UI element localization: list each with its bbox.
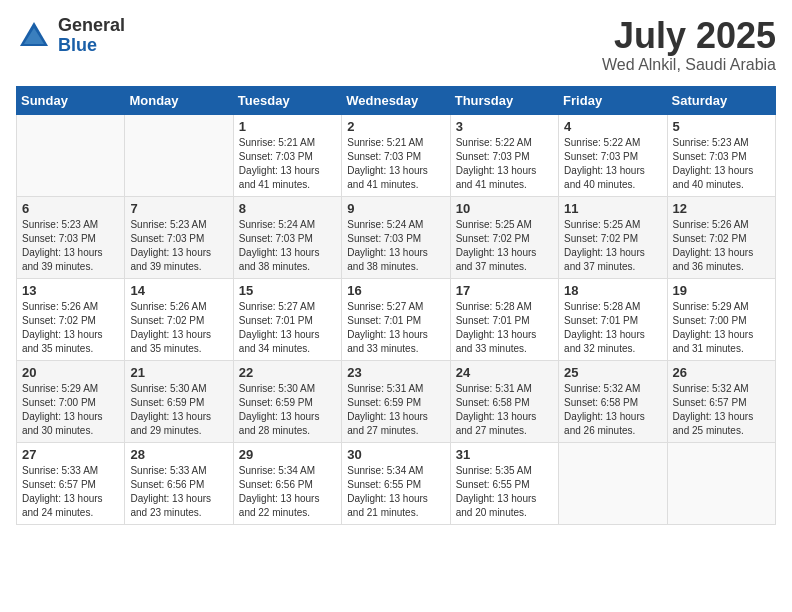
calendar-cell: 30Sunrise: 5:34 AM Sunset: 6:55 PM Dayli… <box>342 442 450 524</box>
day-number: 29 <box>239 447 336 462</box>
day-info: Sunrise: 5:34 AM Sunset: 6:56 PM Dayligh… <box>239 464 336 520</box>
weekday-header-saturday: Saturday <box>667 86 775 114</box>
day-info: Sunrise: 5:21 AM Sunset: 7:03 PM Dayligh… <box>239 136 336 192</box>
day-info: Sunrise: 5:32 AM Sunset: 6:57 PM Dayligh… <box>673 382 770 438</box>
page-header: General Blue July 2025 Wed Alnkil, Saudi… <box>16 16 776 74</box>
calendar-cell: 27Sunrise: 5:33 AM Sunset: 6:57 PM Dayli… <box>17 442 125 524</box>
day-number: 5 <box>673 119 770 134</box>
day-info: Sunrise: 5:33 AM Sunset: 6:56 PM Dayligh… <box>130 464 227 520</box>
weekday-header-tuesday: Tuesday <box>233 86 341 114</box>
day-number: 6 <box>22 201 119 216</box>
day-number: 31 <box>456 447 553 462</box>
day-info: Sunrise: 5:22 AM Sunset: 7:03 PM Dayligh… <box>564 136 661 192</box>
calendar-cell: 28Sunrise: 5:33 AM Sunset: 6:56 PM Dayli… <box>125 442 233 524</box>
calendar-cell: 2Sunrise: 5:21 AM Sunset: 7:03 PM Daylig… <box>342 114 450 196</box>
day-number: 30 <box>347 447 444 462</box>
logo-general-text: General <box>58 16 125 36</box>
day-info: Sunrise: 5:29 AM Sunset: 7:00 PM Dayligh… <box>22 382 119 438</box>
calendar-cell: 24Sunrise: 5:31 AM Sunset: 6:58 PM Dayli… <box>450 360 558 442</box>
calendar-cell: 19Sunrise: 5:29 AM Sunset: 7:00 PM Dayli… <box>667 278 775 360</box>
calendar-cell: 12Sunrise: 5:26 AM Sunset: 7:02 PM Dayli… <box>667 196 775 278</box>
day-info: Sunrise: 5:25 AM Sunset: 7:02 PM Dayligh… <box>456 218 553 274</box>
calendar-cell: 15Sunrise: 5:27 AM Sunset: 7:01 PM Dayli… <box>233 278 341 360</box>
day-info: Sunrise: 5:23 AM Sunset: 7:03 PM Dayligh… <box>130 218 227 274</box>
day-number: 9 <box>347 201 444 216</box>
calendar-week-row: 1Sunrise: 5:21 AM Sunset: 7:03 PM Daylig… <box>17 114 776 196</box>
day-number: 13 <box>22 283 119 298</box>
weekday-header-monday: Monday <box>125 86 233 114</box>
month-title: July 2025 <box>602 16 776 56</box>
day-info: Sunrise: 5:31 AM Sunset: 6:58 PM Dayligh… <box>456 382 553 438</box>
day-number: 12 <box>673 201 770 216</box>
day-number: 23 <box>347 365 444 380</box>
title-block: July 2025 Wed Alnkil, Saudi Arabia <box>602 16 776 74</box>
calendar-cell: 13Sunrise: 5:26 AM Sunset: 7:02 PM Dayli… <box>17 278 125 360</box>
day-number: 21 <box>130 365 227 380</box>
day-number: 3 <box>456 119 553 134</box>
logo-text: General Blue <box>58 16 125 56</box>
day-number: 8 <box>239 201 336 216</box>
calendar-cell: 5Sunrise: 5:23 AM Sunset: 7:03 PM Daylig… <box>667 114 775 196</box>
day-number: 15 <box>239 283 336 298</box>
day-number: 14 <box>130 283 227 298</box>
calendar-cell: 7Sunrise: 5:23 AM Sunset: 7:03 PM Daylig… <box>125 196 233 278</box>
day-number: 7 <box>130 201 227 216</box>
day-info: Sunrise: 5:29 AM Sunset: 7:00 PM Dayligh… <box>673 300 770 356</box>
day-info: Sunrise: 5:22 AM Sunset: 7:03 PM Dayligh… <box>456 136 553 192</box>
calendar-cell: 6Sunrise: 5:23 AM Sunset: 7:03 PM Daylig… <box>17 196 125 278</box>
calendar-cell: 26Sunrise: 5:32 AM Sunset: 6:57 PM Dayli… <box>667 360 775 442</box>
day-number: 18 <box>564 283 661 298</box>
day-info: Sunrise: 5:27 AM Sunset: 7:01 PM Dayligh… <box>347 300 444 356</box>
day-info: Sunrise: 5:28 AM Sunset: 7:01 PM Dayligh… <box>456 300 553 356</box>
calendar-cell: 17Sunrise: 5:28 AM Sunset: 7:01 PM Dayli… <box>450 278 558 360</box>
calendar-cell: 25Sunrise: 5:32 AM Sunset: 6:58 PM Dayli… <box>559 360 667 442</box>
day-info: Sunrise: 5:26 AM Sunset: 7:02 PM Dayligh… <box>673 218 770 274</box>
calendar-cell: 22Sunrise: 5:30 AM Sunset: 6:59 PM Dayli… <box>233 360 341 442</box>
day-number: 10 <box>456 201 553 216</box>
calendar-cell <box>125 114 233 196</box>
calendar-cell: 31Sunrise: 5:35 AM Sunset: 6:55 PM Dayli… <box>450 442 558 524</box>
calendar-week-row: 6Sunrise: 5:23 AM Sunset: 7:03 PM Daylig… <box>17 196 776 278</box>
day-number: 1 <box>239 119 336 134</box>
logo-blue-text: Blue <box>58 36 125 56</box>
logo-icon <box>16 18 52 54</box>
day-info: Sunrise: 5:21 AM Sunset: 7:03 PM Dayligh… <box>347 136 444 192</box>
day-info: Sunrise: 5:26 AM Sunset: 7:02 PM Dayligh… <box>130 300 227 356</box>
day-number: 17 <box>456 283 553 298</box>
calendar-table: SundayMondayTuesdayWednesdayThursdayFrid… <box>16 86 776 525</box>
calendar-cell: 23Sunrise: 5:31 AM Sunset: 6:59 PM Dayli… <box>342 360 450 442</box>
weekday-header-thursday: Thursday <box>450 86 558 114</box>
calendar-cell: 21Sunrise: 5:30 AM Sunset: 6:59 PM Dayli… <box>125 360 233 442</box>
day-info: Sunrise: 5:34 AM Sunset: 6:55 PM Dayligh… <box>347 464 444 520</box>
day-info: Sunrise: 5:30 AM Sunset: 6:59 PM Dayligh… <box>239 382 336 438</box>
day-info: Sunrise: 5:31 AM Sunset: 6:59 PM Dayligh… <box>347 382 444 438</box>
day-number: 2 <box>347 119 444 134</box>
calendar-cell <box>559 442 667 524</box>
day-number: 22 <box>239 365 336 380</box>
day-info: Sunrise: 5:23 AM Sunset: 7:03 PM Dayligh… <box>22 218 119 274</box>
calendar-week-row: 13Sunrise: 5:26 AM Sunset: 7:02 PM Dayli… <box>17 278 776 360</box>
day-info: Sunrise: 5:26 AM Sunset: 7:02 PM Dayligh… <box>22 300 119 356</box>
day-info: Sunrise: 5:35 AM Sunset: 6:55 PM Dayligh… <box>456 464 553 520</box>
day-info: Sunrise: 5:27 AM Sunset: 7:01 PM Dayligh… <box>239 300 336 356</box>
day-number: 11 <box>564 201 661 216</box>
calendar-cell: 14Sunrise: 5:26 AM Sunset: 7:02 PM Dayli… <box>125 278 233 360</box>
calendar-cell <box>17 114 125 196</box>
day-number: 19 <box>673 283 770 298</box>
day-number: 20 <box>22 365 119 380</box>
calendar-cell: 29Sunrise: 5:34 AM Sunset: 6:56 PM Dayli… <box>233 442 341 524</box>
calendar-cell: 11Sunrise: 5:25 AM Sunset: 7:02 PM Dayli… <box>559 196 667 278</box>
weekday-header-friday: Friday <box>559 86 667 114</box>
location-title: Wed Alnkil, Saudi Arabia <box>602 56 776 74</box>
weekday-header-sunday: Sunday <box>17 86 125 114</box>
calendar-cell: 18Sunrise: 5:28 AM Sunset: 7:01 PM Dayli… <box>559 278 667 360</box>
calendar-cell: 3Sunrise: 5:22 AM Sunset: 7:03 PM Daylig… <box>450 114 558 196</box>
weekday-header-row: SundayMondayTuesdayWednesdayThursdayFrid… <box>17 86 776 114</box>
calendar-cell: 9Sunrise: 5:24 AM Sunset: 7:03 PM Daylig… <box>342 196 450 278</box>
weekday-header-wednesday: Wednesday <box>342 86 450 114</box>
calendar-cell: 10Sunrise: 5:25 AM Sunset: 7:02 PM Dayli… <box>450 196 558 278</box>
logo: General Blue <box>16 16 125 56</box>
day-info: Sunrise: 5:24 AM Sunset: 7:03 PM Dayligh… <box>239 218 336 274</box>
day-number: 25 <box>564 365 661 380</box>
calendar-cell: 16Sunrise: 5:27 AM Sunset: 7:01 PM Dayli… <box>342 278 450 360</box>
